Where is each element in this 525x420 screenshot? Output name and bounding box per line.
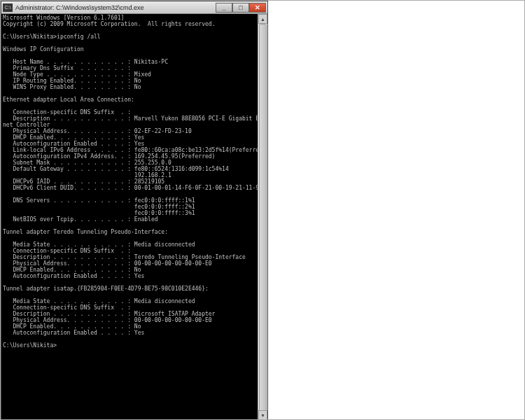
vertical-scrollbar[interactable]: ▲ ▼ xyxy=(258,14,267,420)
titlebar[interactable]: C:\ Administrator: C:\Windows\system32\c… xyxy=(1,1,267,14)
close-button[interactable]: ✕ xyxy=(249,3,266,13)
cmd-icon: C:\ xyxy=(3,4,13,12)
minimize-button[interactable]: _ xyxy=(216,3,232,13)
cmd-window: C:\ Administrator: C:\Windows\system32\c… xyxy=(1,1,268,420)
scroll-up-arrow[interactable]: ▲ xyxy=(258,14,267,24)
maximize-button[interactable]: □ xyxy=(232,3,249,13)
scroll-thumb[interactable] xyxy=(259,24,267,416)
terminal-output[interactable]: Microsoft Windows [Version 6.1.7601] Cop… xyxy=(1,14,267,420)
window-title: Administrator: C:\Windows\system32\cmd.e… xyxy=(15,4,216,11)
scroll-down-arrow[interactable]: ▼ xyxy=(258,410,267,420)
window-controls: _ □ ✕ xyxy=(216,3,266,13)
